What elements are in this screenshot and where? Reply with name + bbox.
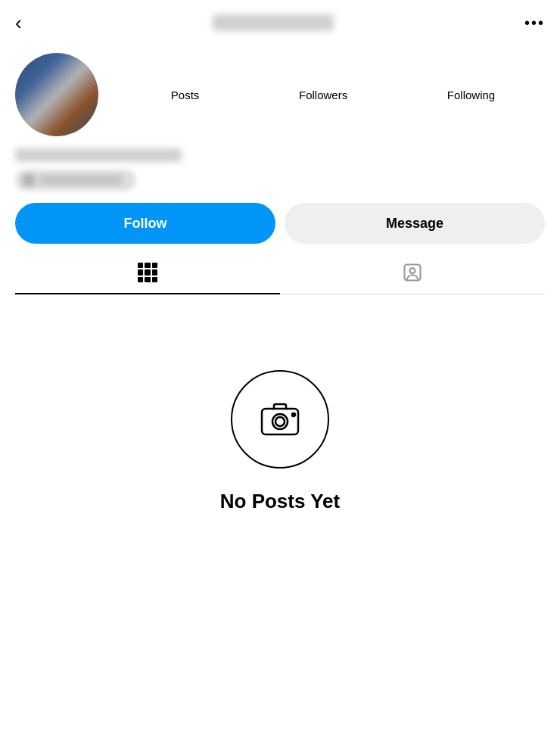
svg-point-5: [418, 279, 423, 285]
empty-state: No Posts Yet: [0, 304, 560, 537]
posts-label: Posts: [167, 89, 196, 102]
stat-following[interactable]: Following: [446, 88, 494, 102]
svg-rect-4: [412, 276, 428, 291]
back-button[interactable]: <: [15, 8, 39, 38]
bio-tag: [18, 170, 132, 192]
follow-button[interactable]: Follow: [15, 216, 275, 248]
avatar: [15, 53, 98, 136]
svg-rect-3: [142, 285, 148, 291]
following-label: Following: [446, 89, 494, 102]
stat-followers[interactable]: Followers: [297, 88, 345, 102]
tab-tagged[interactable]: [280, 263, 560, 303]
top-navigation: < ██████ ███ ···: [0, 0, 560, 45]
action-buttons: Follow Message: [0, 204, 560, 260]
stats-container: Posts Followers Following: [117, 88, 545, 102]
bio-name: [18, 147, 185, 162]
more-options-button[interactable]: ···: [527, 13, 545, 33]
tagged-icon: [410, 273, 430, 293]
message-button[interactable]: Message: [285, 216, 545, 248]
camera-icon: [254, 391, 306, 436]
no-posts-title: No Posts Yet: [211, 481, 350, 506]
avatar-image: [15, 53, 98, 136]
svg-rect-2: [132, 285, 138, 291]
tab-grid[interactable]: [0, 263, 280, 303]
bio-tag-inner: [30, 176, 120, 186]
camera-circle: [231, 364, 329, 462]
tab-bar: [0, 263, 560, 304]
svg-rect-1: [142, 276, 148, 282]
grid-icon: [130, 273, 150, 293]
profile-info-row: Posts Followers Following: [15, 53, 545, 136]
profile-section: Posts Followers Following: [0, 45, 560, 204]
followers-label: Followers: [297, 89, 345, 102]
svg-rect-0: [132, 276, 138, 282]
username-title: ██████ ███: [230, 14, 336, 33]
bio-section: [15, 147, 545, 192]
svg-point-7: [274, 412, 286, 424]
stat-posts[interactable]: Posts: [167, 88, 196, 102]
